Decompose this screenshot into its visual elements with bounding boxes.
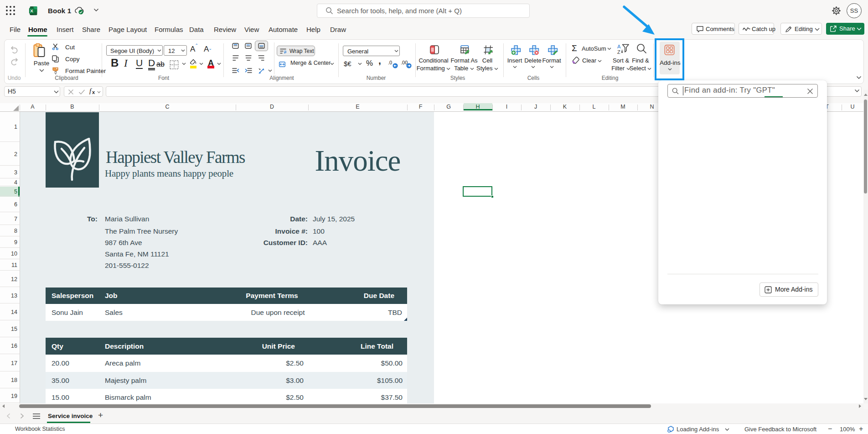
svg-text:Z: Z [617,49,620,55]
svg-text:X: X [30,8,33,13]
svg-text:A: A [617,44,621,49]
